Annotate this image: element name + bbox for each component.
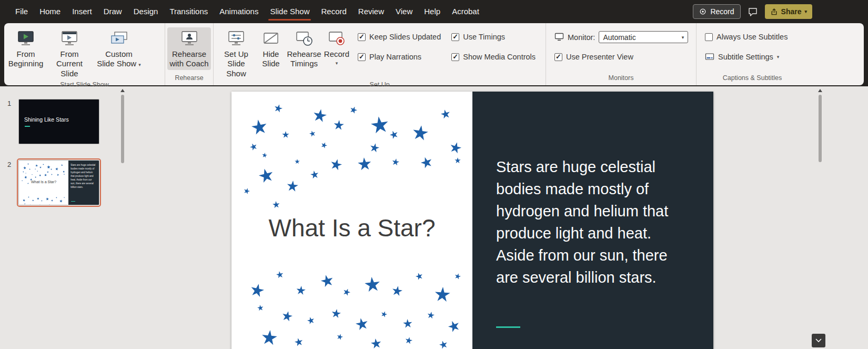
star-icon — [331, 308, 341, 319]
from-beginning-button[interactable]: From Beginning — [6, 27, 45, 70]
menu-tab-file[interactable]: File — [9, 0, 34, 23]
star-icon — [276, 271, 284, 279]
chevron-down-icon: ▾ — [804, 9, 807, 14]
rehearse-timings-label: Rehearse Timings — [287, 49, 321, 69]
slide-thumbnail-1[interactable]: Shining Like Stars — [18, 99, 99, 144]
star-icon — [440, 108, 451, 119]
from-current-slide-button[interactable]: From Current Slide — [45, 27, 94, 79]
always-use-subtitles-checkbox[interactable]: Always Use Subtitles — [705, 33, 804, 41]
menu-tab-home[interactable]: Home — [34, 0, 66, 23]
scroll-up-arrow-icon[interactable] — [120, 89, 125, 92]
play-narrations-checkbox[interactable]: Play Narrations — [358, 53, 441, 61]
star-icon — [336, 333, 344, 341]
use-presenter-view-label: Use Presenter View — [566, 53, 633, 61]
star-icon — [333, 119, 345, 131]
checkbox-box — [358, 53, 366, 61]
star-icon — [349, 105, 358, 115]
star-icon — [35, 176, 37, 178]
thumbnail-scrollbar[interactable] — [119, 86, 126, 349]
star-icon — [59, 200, 63, 203]
star-icon — [55, 167, 58, 171]
thumbnail-2-star-half: What Is a Star? — [19, 161, 68, 205]
slide-editor[interactable]: What Is a Star? Stars are huge celestial… — [231, 92, 713, 349]
scroll-up-arrow-icon[interactable] — [818, 89, 822, 92]
checkbox-box — [358, 33, 366, 41]
record-button[interactable]: Record — [693, 4, 740, 19]
monitor-select[interactable]: Automatic ▾ — [599, 31, 688, 43]
slide-body-text[interactable]: Stars are huge celestial bodies made mos… — [496, 156, 682, 288]
slide-title-text[interactable]: What Is a Star? — [231, 214, 472, 242]
ribbon-group-rehearse: Rehearse with Coach Rehearse — [165, 23, 214, 85]
star-icon — [64, 197, 65, 198]
ribbon-slide-show-tab: From Beginning From Current Slide Custom… — [4, 23, 864, 85]
canvas-scrollbar[interactable] — [816, 86, 824, 333]
record-ribbon-button[interactable]: Record ▾ — [323, 27, 350, 67]
rehearse-with-coach-button[interactable]: Rehearse with Coach — [167, 27, 211, 70]
menu-tab-transitions[interactable]: Transitions — [164, 0, 214, 23]
thumbnail-2-accent-line — [71, 201, 75, 202]
from-current-slide-icon — [60, 30, 78, 48]
menu-tab-view[interactable]: View — [390, 0, 418, 23]
use-presenter-view-checkbox[interactable]: Use Presenter View — [554, 53, 692, 61]
share-button[interactable]: Share ▾ — [765, 4, 812, 19]
menu-tab-insert[interactable]: Insert — [66, 0, 98, 23]
star-icon — [405, 336, 413, 345]
star-icon — [29, 204, 32, 205]
monitor-label: Monitor: — [568, 33, 595, 42]
star-icon — [391, 285, 403, 297]
menu-tab-record[interactable]: Record — [315, 0, 352, 23]
star-icon — [249, 283, 266, 299]
rehearse-timings-button[interactable]: Rehearse Timings — [285, 27, 323, 70]
slide-thumbnail-2[interactable]: What Is a Star? Stars are huge celestial… — [18, 160, 99, 205]
star-icon — [243, 187, 250, 195]
chevron-down-icon: ▾ — [138, 62, 141, 67]
star-icon — [415, 272, 424, 281]
star-icon — [24, 203, 26, 205]
star-icon — [56, 173, 59, 176]
custom-slide-show-button[interactable]: Custom Slide Show ▾ — [94, 27, 144, 70]
star-icon — [23, 166, 26, 169]
menu-tabs: File Home Insert Draw Design Transitions… — [9, 0, 485, 23]
chevron-down-icon — [815, 338, 822, 343]
menu-tab-acrobat[interactable]: Acrobat — [446, 0, 485, 23]
show-media-controls-checkbox[interactable]: Show Media Controls — [451, 53, 536, 61]
star-icon — [329, 158, 344, 172]
star-icon — [51, 168, 53, 170]
subtitle-settings-button[interactable]: Subtitle Settings ▾ — [705, 53, 804, 61]
scrollbar-thumb[interactable] — [819, 95, 822, 162]
use-timings-label: Use Timings — [463, 33, 505, 41]
menu-tab-review[interactable]: Review — [352, 0, 390, 23]
hide-slide-button[interactable]: Hide Slide — [257, 27, 285, 70]
keep-slides-updated-checkbox[interactable]: Keep Slides Updated — [358, 33, 441, 41]
star-icon — [32, 174, 33, 175]
menu-bar: File Home Insert Draw Design Transitions… — [0, 0, 868, 23]
group-label-monitors: Monitors — [546, 73, 696, 85]
scrollbar-thumb[interactable] — [121, 95, 124, 163]
star-icon — [25, 173, 26, 174]
checkbox-box — [451, 53, 459, 61]
menu-tab-help[interactable]: Help — [418, 0, 446, 23]
checkbox-box — [554, 53, 562, 61]
menu-tab-design[interactable]: Design — [128, 0, 164, 23]
use-timings-checkbox[interactable]: Use Timings — [451, 33, 536, 41]
star-icon — [364, 276, 381, 294]
menu-tab-animations[interactable]: Animations — [214, 0, 264, 23]
comments-button[interactable] — [748, 7, 758, 17]
star-icon — [380, 310, 388, 318]
menu-tab-slide-show[interactable]: Slide Show — [264, 0, 315, 23]
menu-tab-draw[interactable]: Draw — [98, 0, 128, 23]
star-icon — [454, 273, 462, 281]
ribbon-container: From Beginning From Current Slide Custom… — [0, 23, 868, 86]
star-icon — [411, 124, 429, 142]
star-icon — [296, 285, 306, 296]
next-slide-button[interactable] — [812, 334, 825, 347]
star-icon — [51, 174, 53, 175]
share-icon — [770, 8, 778, 16]
star-icon — [342, 287, 351, 297]
set-up-slide-show-button[interactable]: Set Up Slide Show — [216, 27, 257, 79]
record-ribbon-label: Record — [324, 49, 349, 59]
slide-text-half: Stars are huge celestial bodies made mos… — [472, 92, 713, 349]
star-icon — [261, 330, 278, 347]
star-icon — [447, 319, 461, 334]
slide-number-2: 2 — [7, 160, 14, 205]
